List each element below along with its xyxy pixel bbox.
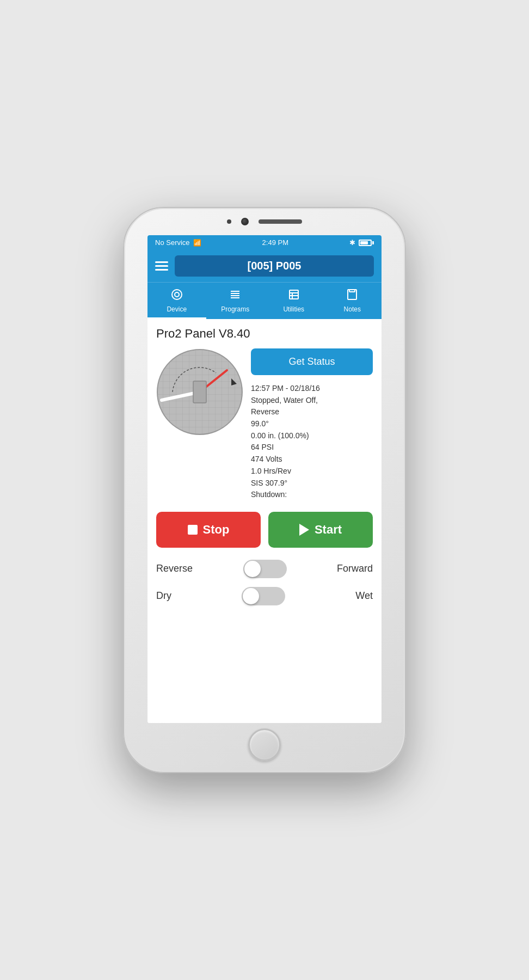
tab-utilities-label: Utilities: [283, 305, 304, 313]
tab-notes-label: Notes: [344, 305, 361, 313]
wifi-icon: 📶: [193, 239, 201, 247]
svg-point-1: [175, 292, 179, 297]
status-state: Stopped, Water Off,: [251, 396, 318, 405]
svg-rect-11: [349, 290, 355, 292]
tab-device-label: Device: [167, 305, 187, 313]
status-section: Get Status 12:57 PM - 02/18/16 Stopped, …: [156, 348, 373, 501]
svg-rect-6: [290, 290, 298, 299]
tab-device[interactable]: Device: [147, 283, 206, 319]
svg-point-0: [172, 290, 182, 299]
content-area: Pro2 Panel V8.40: [147, 319, 382, 723]
tab-programs-label: Programs: [221, 305, 249, 313]
tab-utilities[interactable]: Utilities: [264, 283, 323, 319]
utilities-icon: [287, 288, 300, 303]
app-header: [005] P005: [147, 250, 382, 282]
home-button[interactable]: [248, 728, 281, 761]
water-toggle[interactable]: [242, 587, 285, 605]
reverse-label: Reverse: [156, 563, 193, 574]
phone-top: [124, 208, 405, 235]
status-text: 12:57 PM - 02/18/16 Stopped, Water Off, …: [251, 383, 373, 501]
screen: No Service 📶 2:49 PM ✱ [005]: [147, 235, 382, 723]
volume-up-button[interactable]: [121, 339, 124, 371]
status-info-panel: Get Status 12:57 PM - 02/18/16 Stopped, …: [251, 348, 373, 501]
notes-icon: [346, 288, 359, 303]
mute-button[interactable]: [121, 306, 124, 326]
control-buttons: Stop Start: [156, 512, 373, 548]
bluetooth-icon: ✱: [349, 238, 355, 247]
stop-icon: [188, 525, 198, 535]
status-shutdown: Shutdown:: [251, 490, 287, 499]
status-timestamp: 12:57 PM - 02/18/16: [251, 384, 320, 393]
status-speed: 1.0 Hrs/Rev: [251, 467, 291, 475]
status-direction: Reverse: [251, 407, 279, 416]
menu-button[interactable]: [155, 261, 168, 271]
start-icon: [299, 524, 309, 536]
power-button[interactable]: [405, 352, 408, 401]
page-title: Pro2 Panel V8.40: [156, 327, 373, 341]
carrier-label: No Service: [155, 238, 190, 247]
status-bar: No Service 📶 2:49 PM ✱: [147, 235, 382, 250]
earpiece-speaker: [259, 219, 302, 224]
direction-toggle-row: Reverse Forward: [156, 560, 373, 578]
water-toggle-knob: [243, 588, 259, 604]
pivot-diagram: [156, 348, 243, 436]
water-toggle-row: Dry Wet: [156, 587, 373, 608]
pivot-svg: [156, 348, 243, 436]
nav-tabs: Device Programs: [147, 282, 382, 319]
stop-button[interactable]: Stop: [156, 512, 261, 548]
forward-label: Forward: [337, 563, 373, 574]
phone-frame: No Service 📶 2:49 PM ✱ [005]: [123, 207, 406, 773]
status-pressure: 64 PSI: [251, 443, 274, 451]
status-voltage: 474 Volts: [251, 455, 282, 463]
status-sis: SIS 307.9°: [251, 479, 287, 487]
start-button[interactable]: Start: [268, 512, 373, 548]
stop-label: Stop: [203, 523, 230, 537]
device-icon: [170, 288, 183, 303]
time-label: 2:49 PM: [262, 238, 288, 247]
status-angle: 99.0°: [251, 419, 269, 428]
status-position: 0.00 in. (100.0%): [251, 431, 309, 440]
programs-icon: [229, 288, 242, 303]
tab-programs[interactable]: Programs: [206, 283, 265, 319]
volume-down-button[interactable]: [121, 379, 124, 412]
direction-toggle[interactable]: [243, 560, 287, 578]
direction-toggle-knob: [244, 561, 261, 577]
front-camera-dot: [227, 219, 231, 224]
camera-lens: [241, 218, 249, 225]
wet-label: Wet: [355, 590, 373, 602]
phone-bottom: [124, 723, 405, 772]
get-status-button[interactable]: Get Status: [251, 348, 373, 375]
start-label: Start: [315, 523, 342, 537]
svg-rect-17: [193, 381, 206, 403]
tab-notes[interactable]: Notes: [323, 283, 382, 319]
battery-indicator: [359, 240, 374, 246]
dry-label: Dry: [156, 590, 171, 602]
device-title: [005] P005: [175, 255, 374, 277]
